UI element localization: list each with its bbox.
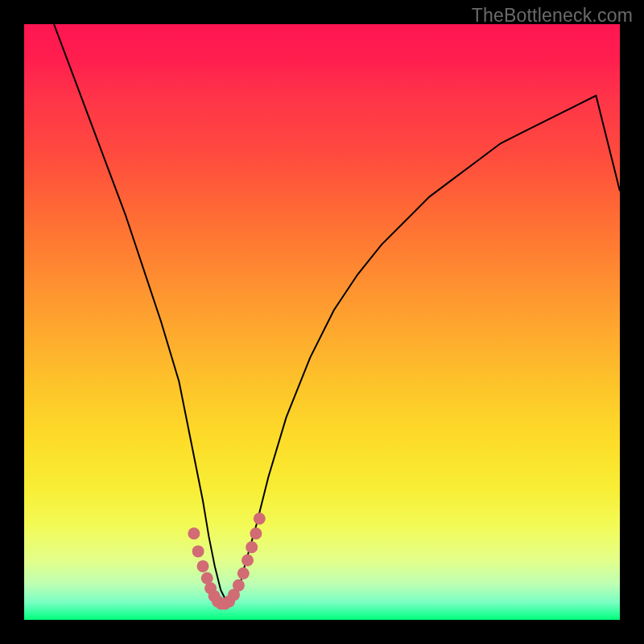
sweet-spot-dot (188, 527, 200, 539)
watermark-text: TheBottleneck.com (472, 5, 633, 27)
sweet-spot-dot (233, 580, 245, 592)
chart-svg (24, 24, 620, 620)
sweet-spot-dot (254, 513, 266, 525)
bottleneck-curve (54, 24, 620, 602)
chart-plot-area (24, 24, 620, 620)
sweet-spot-dot (242, 555, 254, 567)
sweet-spot-dot (237, 568, 250, 580)
sweet-spot-markers (188, 513, 265, 610)
sweet-spot-dot (250, 527, 262, 539)
chart-container: TheBottleneck.com (0, 0, 644, 644)
sweet-spot-dot (246, 541, 258, 553)
sweet-spot-dot (192, 545, 204, 557)
sweet-spot-dot (197, 560, 209, 572)
